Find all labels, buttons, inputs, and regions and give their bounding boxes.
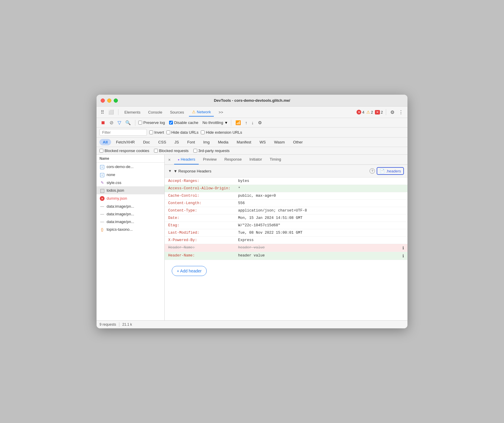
third-party-checkbox[interactable]	[193, 149, 197, 153]
img-icon: —	[99, 204, 105, 209]
throttle-label: No throttling	[203, 120, 223, 125]
type-filter-row: AllFetch/XHRDocCSSJSFontImgMediaManifest…	[97, 138, 407, 147]
clear-icon[interactable]: ⊘	[108, 119, 115, 126]
file-item-cors-demo[interactable]: ≡cors-demo-de...	[97, 163, 164, 171]
file-item-todos-json[interactable]: □todos.json	[97, 186, 164, 194]
type-filter-doc[interactable]: Doc	[140, 139, 153, 145]
headers-file-button[interactable]: 📄 .headers	[377, 167, 404, 175]
file-label: data:image/pn...	[107, 212, 134, 216]
detail-tab-initiator[interactable]: Initiator	[246, 155, 266, 164]
type-filter-js[interactable]: JS	[171, 139, 182, 145]
type-filter-manifest[interactable]: Manifest	[233, 139, 254, 145]
invert-checkbox[interactable]	[149, 130, 153, 134]
sep3	[135, 120, 135, 126]
settings2-icon[interactable]: ⚙	[257, 120, 263, 126]
type-filter-other[interactable]: Other	[290, 139, 306, 145]
file-item-topics-taxo[interactable]: {}topics-taxono...	[97, 225, 164, 233]
wifi-icon[interactable]: 📶	[234, 120, 242, 126]
device-icon[interactable]: ⬜	[107, 109, 115, 115]
invert-label[interactable]: Invert	[149, 130, 164, 135]
detail-tab-headers[interactable]: ●Headers	[174, 155, 199, 164]
download-icon[interactable]: ↓	[250, 120, 255, 126]
header-row-8: X-Powered-By:Express	[165, 237, 407, 244]
tab-sources[interactable]: Sources	[167, 108, 187, 116]
cursor-icon[interactable]: ⠿	[99, 109, 105, 116]
filter-input-wrap[interactable]	[99, 129, 147, 136]
more-icon[interactable]: ⋮	[397, 109, 405, 116]
maximize-button[interactable]	[114, 99, 118, 103]
json-icon: □	[99, 188, 105, 193]
preserve-log-checkbox[interactable]	[138, 121, 142, 125]
preserve-log-label[interactable]: Preserve log	[138, 120, 165, 125]
file-item-none[interactable]: ≡none	[97, 171, 164, 179]
type-filter-media[interactable]: Media	[215, 139, 232, 145]
titlebar: DevTools - cors-demo-devtools.glitch.me/	[97, 95, 407, 106]
headers-container: Accept-Ranges:bytesAccess-Control-Allow-…	[165, 177, 407, 260]
tab-elements[interactable]: Elements	[121, 108, 143, 116]
header-value: 556	[238, 201, 245, 205]
main-toolbar: ⠿ ⬜ Elements Console Sources ⚠ Network >…	[97, 106, 407, 118]
disable-cache-checkbox[interactable]	[169, 121, 173, 125]
hide-data-urls-checkbox[interactable]	[166, 130, 170, 134]
section-title: ▼ Response Headers	[174, 169, 211, 173]
close-detail-button[interactable]: ×	[166, 156, 172, 163]
filter-icon[interactable]: ▽	[116, 119, 122, 126]
header-info-icon[interactable]: ℹ	[402, 254, 404, 258]
type-filter-font[interactable]: Font	[184, 139, 198, 145]
header-key: Etag:	[168, 223, 233, 227]
header-key: Access-Control-Allow-Origin:	[168, 186, 233, 190]
header-key: Content-Type:	[168, 209, 233, 213]
err-icon: ✕	[99, 196, 105, 201]
header-key: Header-Name:	[168, 246, 233, 250]
file-label: dummy.json	[107, 196, 127, 201]
header-info-icon[interactable]: ℹ	[402, 246, 404, 250]
blocked-cookies-checkbox[interactable]	[99, 149, 103, 153]
tab-console[interactable]: Console	[145, 108, 165, 116]
detail-tab-preview[interactable]: Preview	[199, 155, 220, 164]
blocked-requests-label[interactable]: Blocked requests	[154, 148, 189, 153]
file-item-dummy-json[interactable]: ✕dummy.json	[97, 194, 164, 203]
add-header-button[interactable]: + Add header	[172, 266, 207, 276]
error-count: 4	[362, 110, 364, 114]
tab-network[interactable]: ⚠ Network	[189, 108, 214, 117]
minimize-button[interactable]	[107, 99, 111, 103]
header-key: Last-Modified:	[168, 231, 233, 235]
stop-icon[interactable]: ⏹	[99, 120, 107, 126]
filter-input[interactable]	[102, 130, 144, 135]
close-button[interactable]	[101, 99, 105, 103]
type-filter-ws[interactable]: WS	[256, 139, 269, 145]
header-row-0: Accept-Ranges:bytes	[165, 177, 407, 185]
search-icon[interactable]: 🔍	[124, 120, 132, 126]
blocked-requests-checkbox[interactable]	[154, 149, 158, 153]
header-row-1: Access-Control-Allow-Origin:*	[165, 185, 407, 192]
type-filter-wasm[interactable]: Wasm	[271, 139, 288, 145]
blocked-row: Blocked response cookies Blocked request…	[97, 147, 407, 155]
type-filter-img[interactable]: Img	[200, 139, 213, 145]
file-item-data-img2[interactable]: —data:image/pn...	[97, 210, 164, 218]
tab-more[interactable]: >>	[216, 108, 226, 116]
settings-icon[interactable]: ⚙	[389, 109, 396, 116]
third-party-label[interactable]: 3rd-party requests	[193, 148, 230, 153]
right-panel: × ●HeadersPreviewResponseInitiatorTiming…	[165, 155, 407, 320]
upload-icon[interactable]: ↑	[244, 120, 249, 126]
hide-ext-urls-label[interactable]: Hide extension URLs	[201, 130, 242, 135]
disable-cache-label[interactable]: Disable cache	[169, 120, 198, 125]
file-label: todos.json	[107, 188, 124, 193]
hide-ext-urls-checkbox[interactable]	[201, 130, 205, 134]
type-filter-all[interactable]: All	[99, 139, 111, 145]
file-item-style-css[interactable]: ✎style.css	[97, 179, 164, 186]
response-headers-section: ▼ ▼ Response Headers ? 📄 .headers	[165, 165, 407, 177]
collapse-triangle-icon[interactable]: ▼	[168, 169, 172, 173]
file-item-data-img3[interactable]: —data:image/pn...	[97, 218, 164, 225]
file-item-data-img1[interactable]: —data:image/pn...	[97, 202, 164, 210]
detail-tab-timing[interactable]: Timing	[266, 155, 285, 164]
section-header-right: ? 📄 .headers	[370, 167, 404, 175]
help-icon[interactable]: ?	[370, 168, 375, 174]
img-icon: —	[99, 219, 105, 224]
blocked-cookies-label[interactable]: Blocked response cookies	[99, 148, 149, 153]
hide-data-urls-label[interactable]: Hide data URLs	[166, 130, 199, 135]
type-filter-css[interactable]: CSS	[155, 139, 169, 145]
type-filter-fetch[interactable]: Fetch/XHR	[113, 139, 138, 145]
file-label: style.css	[107, 180, 121, 185]
detail-tab-response[interactable]: Response	[221, 155, 245, 164]
